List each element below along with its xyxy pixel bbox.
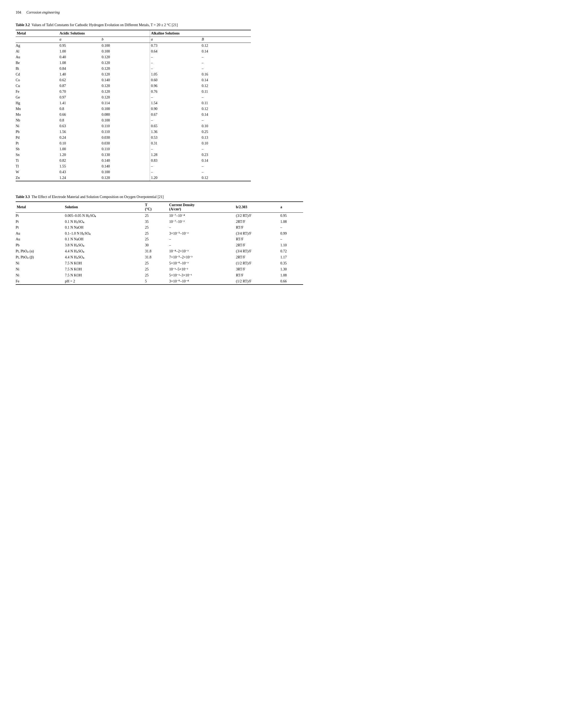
cell-b-acid: 0.080	[101, 112, 150, 118]
table33-body: Pt 0.005–0.05 N H₂SO₄ 25 10⁻⁷–10⁻⁴ (3/2 …	[16, 213, 303, 285]
page-number: 104	[16, 10, 21, 15]
cell-metal: Mn	[16, 106, 59, 112]
table-row: Pd 0.24 0.030 0.53 0.13	[16, 135, 251, 141]
cell-T: 35	[144, 219, 168, 225]
cell-b-acid: 0.120	[101, 94, 150, 100]
cell-solution: 7.5 N KOH	[64, 260, 144, 266]
cell-a-alk: 0.53	[150, 135, 201, 141]
cell-a: 0.35	[279, 260, 303, 266]
table32-top-header-row: Metal Acidic Solutions Alkaline Solution…	[16, 30, 251, 37]
cell-a-alk: 0.64	[150, 49, 201, 54]
cell-current-density: 10⁻³–5×10⁻²	[168, 266, 235, 272]
table-row: Ni 0.63 0.110 0.65 0.10	[16, 123, 251, 129]
cell-b2303: (1/2 RT)/F	[235, 260, 279, 266]
cell-a-alk: 0.76	[150, 89, 201, 94]
cell-metal: Au	[16, 54, 59, 60]
table-row: Bi 0.84 0.120 – –	[16, 66, 251, 71]
cell-T: 25	[144, 272, 168, 278]
cell-a-alk: –	[150, 60, 201, 66]
t33-col-current-density: Current Density (A/cm²)	[168, 202, 235, 213]
cell-B-alk: 0.11	[201, 100, 251, 106]
cell-metal: Pb	[16, 129, 59, 135]
cell-a-alk: 1.05	[150, 71, 201, 77]
cell-b-acid: 0.114	[101, 100, 150, 106]
cell-current-density: 3×10⁻⁶–10⁻⁴	[168, 278, 235, 284]
cell-a: 1.10	[279, 242, 303, 248]
cell-b2303: (3/4 RT)/F	[235, 230, 279, 236]
cell-b-acid: 0.100	[101, 169, 150, 175]
cell-metal: Mo	[16, 112, 59, 118]
table32-label: Table 3.2	[16, 23, 30, 27]
cell-b2303: 2RT/F	[235, 219, 279, 225]
cell-metal: Cd	[16, 71, 59, 77]
cell-current-density: 10⁻⁴–2×10⁻³	[168, 248, 235, 254]
t33-col-solution: Solution	[64, 202, 144, 213]
cell-B-alk: 0.16	[201, 71, 251, 77]
table-row: Ti 0.82 0.140 0.83 0.14	[16, 158, 251, 164]
cell-B-alk: 0.14	[201, 112, 251, 118]
t33-col-T: T (°C)	[144, 202, 168, 213]
cell-metal: Sb	[16, 146, 59, 152]
cell-solution: 0.1 N NaOH	[64, 236, 144, 242]
table-row: Pt, PbO₂ (α) 4.4 N H₂SO₄ 31.8 10⁻⁴–2×10⁻…	[16, 248, 303, 254]
cell-a-acid: 0.84	[59, 66, 101, 71]
cell-a-alk: 1.28	[150, 152, 201, 158]
table32-sub-header-row: a b a B	[16, 37, 251, 43]
cell-b-acid: 0.100	[101, 43, 150, 49]
col-a2-sub: a	[150, 37, 201, 43]
table-row: Pb 3.8 N H₂SO₄ 30 – 2RT/F 1.10	[16, 242, 303, 248]
cell-B-alk: 0.12	[201, 106, 251, 112]
cell-B-alk: –	[201, 60, 251, 66]
table32: Metal Acidic Solutions Alkaline Solution…	[16, 30, 251, 181]
cell-B-alk: –	[201, 118, 251, 123]
table-row: Au 0.1–1.0 N H₂SO₄ 25 3×10⁻⁵–10⁻² (3/4 R…	[16, 230, 303, 236]
cell-B-alk: 0.23	[201, 152, 251, 158]
table32-container: Table 3.2 Values of Tafel Constants for …	[16, 22, 572, 181]
cell-metal: Be	[16, 60, 59, 66]
cell-a-alk: 1.20	[150, 175, 201, 181]
cell-metal: Pb	[16, 242, 64, 248]
cell-b-acid: 0.120	[101, 54, 150, 60]
cell-solution: 0.005–0.05 N H₂SO₄	[64, 213, 144, 219]
cell-B-alk: –	[201, 66, 251, 71]
cell-metal: Pt	[16, 213, 64, 219]
cell-metal: Fe	[16, 89, 59, 94]
cell-B-alk: 0.14	[201, 158, 251, 164]
table-row: Ge 0.97 0.120 – –	[16, 94, 251, 100]
cell-B-alk: –	[201, 146, 251, 152]
cell-a-alk: 0.67	[150, 112, 201, 118]
table-row: Mo 0.66 0.080 0.67 0.14	[16, 112, 251, 118]
table-row: Fe pH = 2 5 3×10⁻⁶–10⁻⁴ (1/2 RT)/F 0.66	[16, 278, 303, 284]
cell-a-alk: –	[150, 164, 201, 169]
cell-T: 31.8	[144, 254, 168, 260]
cell-metal: Ni	[16, 260, 64, 266]
t33-col-a: a	[279, 202, 303, 213]
cell-b-acid: 0.100	[101, 106, 150, 112]
cell-b-acid: 0.120	[101, 83, 150, 89]
cell-b2303: (1/2 RT)/F	[235, 278, 279, 284]
cell-b-acid: 0.030	[101, 135, 150, 141]
cell-metal: Au	[16, 236, 64, 242]
cell-a-acid: 0.62	[59, 77, 101, 83]
cell-metal: Pt	[16, 225, 64, 230]
cell-metal: Pd	[16, 135, 59, 141]
cell-metal: Nb	[16, 118, 59, 123]
table-row: Au 0.40 0.120 – –	[16, 54, 251, 60]
cell-metal: Ni	[16, 123, 59, 129]
cell-a-alk: 0.96	[150, 83, 201, 89]
cell-solution: pH = 2	[64, 278, 144, 284]
cell-B-alk: –	[201, 94, 251, 100]
cell-metal: Ni	[16, 272, 64, 278]
cell-metal: Pt	[16, 219, 64, 225]
t33-col-metal: Metal	[16, 202, 64, 213]
table33-header-row: Metal Solution T (°C) Current Density (A…	[16, 202, 303, 213]
cell-b2303: RT/F	[235, 236, 279, 242]
cell-B-alk: 0.10	[201, 141, 251, 146]
cell-metal: Pt, PbO₂ (β)	[16, 254, 64, 260]
table33-caption: Table 3.3 The Effect of Electrode Materi…	[16, 194, 572, 199]
cell-a: 1.08	[279, 219, 303, 225]
cell-a-acid: 0.87	[59, 83, 101, 89]
cell-a-acid: 1.20	[59, 152, 101, 158]
table-row: Cd 1.40 0.120 1.05 0.16	[16, 71, 251, 77]
cell-b2303: 2RT/F	[235, 242, 279, 248]
